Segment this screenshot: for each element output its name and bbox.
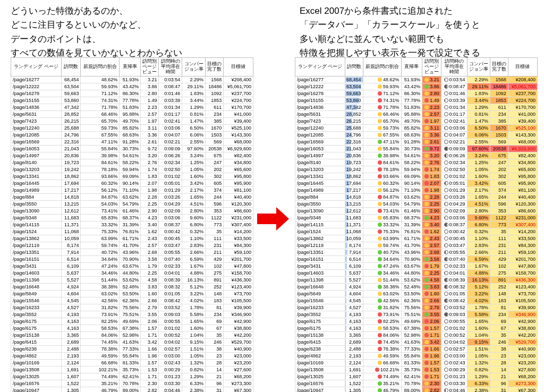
cell: /page/13090 [11, 207, 62, 214]
cell: 3.42% [182, 180, 206, 186]
cell: 68.46% [81, 110, 120, 117]
cell: 4,924 [61, 283, 81, 290]
cell-colorscale: ¥436,300 [508, 276, 537, 283]
cell: 63.62% [401, 193, 422, 200]
cell-icon: 78.18% [363, 166, 401, 173]
cell: 63.99% [81, 235, 120, 242]
cell: ¥6,929,600 [224, 145, 253, 152]
cell-moon: 0:00:52 [441, 331, 467, 338]
cell-icon: 3.40 [422, 221, 441, 228]
cell-colorscale: ¥40,900 [508, 345, 537, 352]
cell-icon: 3.83 [422, 283, 441, 290]
cell: 1.62 [141, 228, 159, 235]
cell: 71.10% [120, 186, 141, 193]
cell-moon: 0:03:47 [441, 242, 467, 249]
cell-moon: 0:07:40 [441, 255, 467, 262]
col-goal: 目標値 [224, 58, 253, 76]
cell-icon: 2.57 [422, 110, 441, 117]
cell-colorscale: ¥40,400 [508, 193, 537, 200]
cell-icon: 40.72% [363, 249, 401, 255]
cell: 1.10% [182, 235, 206, 242]
cell: /page/16053 [295, 145, 345, 152]
cell: 1.57 [141, 325, 159, 331]
cell: 1.49 [141, 97, 159, 104]
cell-databar: 1,305 [345, 387, 363, 392]
cell: /page/6175 [11, 318, 62, 325]
cell: 47,342 [61, 104, 81, 110]
cell: 1.29% [182, 373, 206, 380]
cell: 4.51% [182, 200, 206, 207]
cell: 77.78% [401, 97, 422, 104]
cell: 6.06% [182, 131, 206, 138]
cell: 2.57 [141, 242, 159, 249]
cell-colorscale: 569 [490, 138, 508, 145]
cell: 17,694 [61, 180, 81, 186]
cell-icon: 71.78% [363, 104, 401, 110]
cell: 68.37% [401, 214, 422, 221]
cell: 53.50% [120, 290, 141, 297]
cell: ¥123,400 [224, 283, 253, 290]
cell: 21,043 [61, 145, 81, 152]
cell: ¥39,400 [224, 117, 253, 124]
cell-icon: 1.66 [422, 345, 441, 352]
cell: /page/3552 [295, 311, 345, 318]
cell: ¥40,400 [224, 193, 253, 200]
cell: 1.74 [141, 166, 159, 173]
cell: 252 [206, 283, 224, 290]
cell: 61.46% [401, 207, 422, 214]
cell: /page/13862 [295, 235, 345, 242]
cell: 55.84% [120, 352, 141, 359]
cell: 1.60% [182, 173, 206, 180]
cell: /page/7423 [295, 117, 345, 124]
cell-databar: 6,109 [345, 262, 363, 269]
cell-colorscale: 0.81% [467, 110, 490, 117]
cell: 0:02:43 [159, 359, 182, 366]
cell: /page/5649 [295, 290, 345, 297]
cell: ¥86,600 [224, 207, 253, 214]
cell: 66.68% [81, 359, 120, 366]
cell-colorscale: ¥23,000 [508, 352, 537, 359]
cell-colorscale: 596 [490, 200, 508, 207]
cell: 1.98 [141, 186, 159, 193]
cell: /page/16569 [295, 138, 345, 145]
cell: 43.96% [401, 249, 422, 255]
cell-colorscale: 111 [490, 235, 508, 242]
cell: /page/16648 [11, 283, 62, 290]
cell-colorscale: 38 [490, 345, 508, 352]
cell-colorscale: 69 [490, 318, 508, 325]
cell: 0:03:00 [159, 352, 182, 359]
cell: 35 [206, 228, 224, 235]
cell: /page/3431 [295, 262, 345, 269]
cell: 2.66% [182, 249, 206, 255]
cell: 95.88% [120, 110, 141, 117]
cell: 38 [206, 345, 224, 352]
cell-moon: 0:01:34 [441, 104, 467, 110]
cell-colorscale: ¥68,200 [508, 373, 537, 380]
cell: 0:01:29 [159, 186, 182, 193]
cell-moon: 0:08:32 [441, 283, 467, 290]
cell: 41.70% [401, 242, 422, 249]
cell: 0:05:55 [159, 249, 182, 255]
cell: 0.32% [182, 228, 206, 235]
cell: 102.21% [81, 366, 120, 373]
cell: 244 [206, 193, 224, 200]
cell: 44.80% [120, 269, 141, 276]
cell: 0:08:32 [159, 283, 182, 290]
cell: 0:02:57 [159, 345, 182, 352]
cell: 75.56% [120, 304, 141, 311]
cell: 1.71 [141, 331, 159, 338]
cell-colorscale: 1.78% [467, 304, 490, 311]
cell: 3.55 [141, 311, 159, 318]
cell: 3.42 [141, 338, 159, 345]
cell-colorscale: ¥68,000 [508, 138, 537, 145]
cell: 59.94% [401, 166, 422, 173]
cell-icon: 2.30 [422, 380, 441, 387]
cell-databar: 24,796 [345, 131, 363, 138]
cell-icon: 58.53% [363, 325, 401, 331]
cell-colorscale: 1568 [490, 76, 508, 83]
cell: 1092 [206, 90, 224, 97]
cell: 9.60% [182, 214, 206, 221]
cell: /page/16445 [295, 180, 345, 186]
cell: /page/12085 [295, 131, 345, 138]
cell: /page/10169 [295, 359, 345, 366]
